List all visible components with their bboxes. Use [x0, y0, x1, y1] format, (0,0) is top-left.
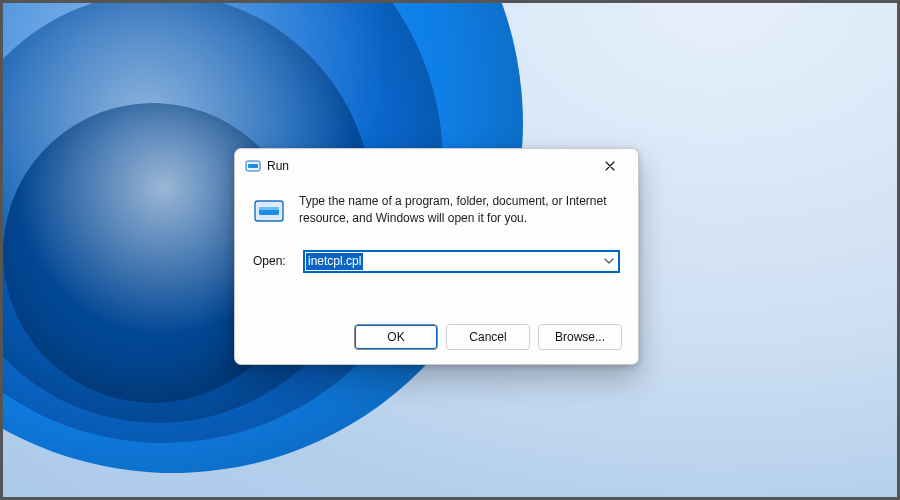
run-icon	[245, 158, 261, 174]
run-icon	[253, 195, 285, 227]
browse-button[interactable]: Browse...	[538, 324, 622, 350]
close-icon	[605, 161, 615, 171]
close-button[interactable]	[590, 152, 630, 180]
dialog-body: Type the name of a program, folder, docu…	[235, 183, 638, 310]
ok-button[interactable]: OK	[354, 324, 438, 350]
svg-rect-4	[259, 207, 279, 210]
open-combobox[interactable]: inetcpl.cpl	[303, 250, 620, 273]
open-label: Open:	[253, 254, 293, 268]
svg-rect-1	[248, 164, 258, 168]
chevron-down-icon	[604, 258, 614, 264]
run-dialog: Run Type the name of a program, folder, …	[234, 148, 639, 365]
cancel-button[interactable]: Cancel	[446, 324, 530, 350]
open-dropdown-button[interactable]	[599, 251, 619, 272]
dialog-description: Type the name of a program, folder, docu…	[299, 193, 620, 228]
button-row: OK Cancel Browse...	[235, 310, 638, 364]
desktop: Run Type the name of a program, folder, …	[0, 0, 900, 500]
titlebar[interactable]: Run	[235, 149, 638, 183]
open-input[interactable]	[303, 250, 620, 273]
dialog-title: Run	[267, 159, 289, 173]
